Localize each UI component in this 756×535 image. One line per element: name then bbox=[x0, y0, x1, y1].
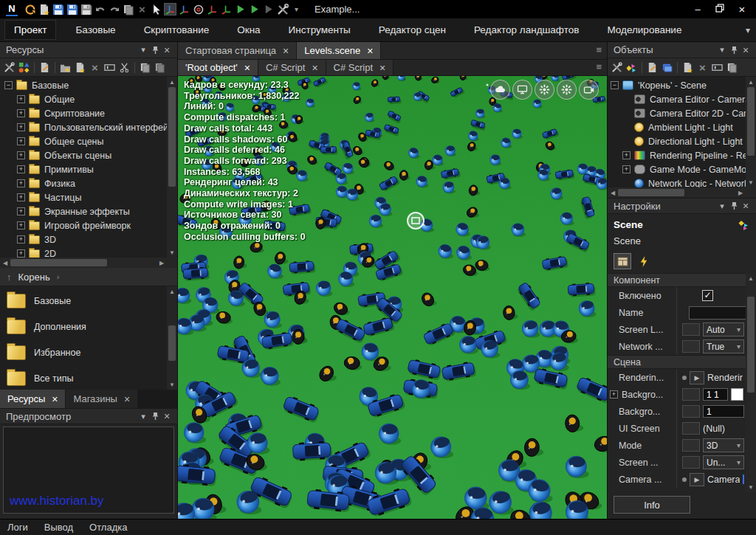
open-window-icon[interactable] bbox=[661, 61, 673, 74]
scroll-up-icon[interactable]: ▲ bbox=[167, 77, 177, 87]
menu-item[interactable]: Окна bbox=[228, 21, 269, 39]
edit-resource-icon[interactable] bbox=[38, 61, 51, 74]
close-icon[interactable]: × bbox=[161, 44, 173, 56]
panel-menu-icon[interactable]: ▾ bbox=[716, 44, 728, 56]
default-box[interactable] bbox=[682, 388, 700, 401]
sync-icon[interactable] bbox=[24, 3, 36, 15]
pin-icon[interactable] bbox=[728, 44, 740, 56]
scroll-right-icon[interactable]: ▶ bbox=[735, 187, 746, 198]
expander-icon[interactable]: − bbox=[4, 81, 13, 89]
effects-button[interactable] bbox=[557, 80, 577, 100]
new-file-icon[interactable] bbox=[38, 3, 50, 15]
minimize-button[interactable]: – bbox=[693, 4, 703, 15]
rename-resource-icon[interactable] bbox=[103, 61, 116, 74]
save-icon[interactable] bbox=[52, 3, 64, 15]
delete-resource-icon[interactable]: × bbox=[89, 61, 101, 74]
resource-tree-item[interactable]: +Примитивы bbox=[0, 162, 167, 176]
select-mode-icon[interactable] bbox=[164, 3, 176, 15]
menu-item[interactable]: Скриптование bbox=[135, 21, 219, 39]
paste-icon[interactable] bbox=[154, 61, 166, 74]
expander-icon[interactable]: + bbox=[17, 109, 25, 117]
breadcrumb[interactable]: ↑ Корень › bbox=[0, 268, 177, 286]
copy-icon[interactable] bbox=[139, 61, 151, 74]
up-arrow-icon[interactable]: ↑ bbox=[7, 272, 12, 283]
resource-tree-item[interactable]: −Базовые bbox=[0, 78, 167, 92]
panel-menu-icon[interactable]: ▾ bbox=[716, 200, 728, 212]
scroll-down-icon[interactable]: ▼ bbox=[746, 177, 756, 187]
app-logo[interactable]: N bbox=[6, 3, 18, 16]
value-input[interactable]: 1 bbox=[703, 405, 744, 418]
tools-icon[interactable] bbox=[276, 3, 289, 15]
object-tree-item[interactable]: Camera Editor 2D - Cam bbox=[608, 106, 746, 120]
duplicate-icon[interactable] bbox=[122, 3, 134, 15]
object-tree-item[interactable]: Network Logic - Network bbox=[608, 176, 746, 187]
move-gizmo-icon[interactable] bbox=[178, 3, 190, 15]
pin-icon[interactable] bbox=[149, 44, 161, 56]
object-tree-item[interactable]: +Rendering Pipeline - Ren bbox=[608, 148, 746, 162]
color-swatch[interactable] bbox=[731, 388, 743, 401]
object-tree-item[interactable]: Camera Editor - Camera bbox=[608, 92, 746, 106]
resource-tree-item[interactable]: +3D bbox=[0, 232, 167, 246]
expander-icon[interactable]: + bbox=[17, 249, 25, 258]
close-icon[interactable]: × bbox=[740, 44, 752, 56]
horizontal-scrollbar[interactable]: ◀▶ bbox=[608, 187, 746, 198]
close-icon[interactable]: × bbox=[367, 46, 373, 56]
folder-item[interactable]: Дополнения bbox=[0, 314, 167, 339]
default-box[interactable] bbox=[682, 456, 700, 469]
statusbar-item[interactable]: Вывод bbox=[44, 522, 73, 533]
scroll-down-icon[interactable]: ▼ bbox=[746, 482, 756, 492]
statusbar-item[interactable]: Логи bbox=[7, 522, 28, 533]
expander-icon[interactable]: − bbox=[611, 81, 619, 89]
screen-label-dropdown[interactable]: Auto▾ bbox=[703, 322, 744, 336]
close-button[interactable]: × bbox=[737, 3, 747, 15]
expander-icon[interactable]: + bbox=[622, 165, 630, 173]
close-icon[interactable]: × bbox=[52, 394, 58, 404]
scroll-left-icon[interactable]: ◀ bbox=[0, 258, 10, 268]
rotate-gizmo-icon[interactable] bbox=[192, 3, 205, 15]
save-all-icon[interactable] bbox=[80, 3, 92, 15]
pin-icon[interactable] bbox=[149, 410, 161, 422]
play-icon[interactable] bbox=[234, 3, 247, 15]
info-button[interactable]: Info bbox=[614, 496, 690, 514]
enabled-checkbox[interactable]: ✓ bbox=[702, 290, 713, 301]
events-view-button[interactable] bbox=[635, 253, 653, 269]
delete-icon[interactable]: × bbox=[136, 3, 148, 15]
close-icon[interactable]: × bbox=[312, 63, 317, 73]
document-tab[interactable]: C# Script× bbox=[258, 60, 326, 75]
folder-item[interactable]: Базовые bbox=[0, 288, 167, 314]
expander-icon[interactable]: + bbox=[17, 179, 25, 187]
statusbar-item[interactable]: Отладка bbox=[89, 522, 127, 533]
display-button[interactable] bbox=[512, 80, 532, 100]
panel-tab[interactable]: Магазины× bbox=[66, 390, 137, 408]
scroll-up-icon[interactable]: ▲ bbox=[746, 273, 756, 283]
vertical-scrollbar[interactable]: ▲▼ bbox=[167, 77, 177, 258]
new-resource-icon[interactable] bbox=[74, 61, 86, 74]
cut-icon[interactable] bbox=[118, 61, 131, 74]
resource-tree-item[interactable]: +Частицы bbox=[0, 190, 167, 204]
undo-icon[interactable] bbox=[94, 3, 106, 15]
resource-tree-item[interactable]: +Общие bbox=[0, 92, 167, 106]
properties-view-button[interactable] bbox=[614, 253, 631, 269]
panel-menu-icon[interactable]: ▾ bbox=[137, 44, 149, 56]
object-types-icon[interactable] bbox=[625, 61, 638, 74]
menubar-overflow-icon[interactable]: ▾ bbox=[746, 25, 750, 35]
expander-icon[interactable]: + bbox=[17, 151, 25, 159]
object-tree-item[interactable]: +Game Mode - GameMode bbox=[608, 162, 746, 176]
settings-tools-icon[interactable] bbox=[3, 61, 16, 74]
rename-object-icon[interactable] bbox=[711, 61, 724, 74]
scene-viewport[interactable]: Кадров в секунду: 23.3Треугольников: 1,8… bbox=[178, 76, 607, 519]
panel-menu-icon[interactable]: ▾ bbox=[137, 410, 149, 422]
object-tree-item[interactable]: Ambient Light - Light bbox=[608, 120, 746, 134]
watermark-link[interactable]: www.historian.by bbox=[10, 494, 104, 508]
vertical-scrollbar[interactable]: ▲▼ bbox=[746, 273, 756, 492]
menu-item[interactable]: Инструменты bbox=[280, 21, 360, 39]
expander-icon[interactable]: + bbox=[17, 235, 25, 244]
reference-button[interactable]: ▶ bbox=[690, 473, 704, 486]
vertical-scrollbar[interactable]: ▲▼ bbox=[746, 77, 756, 187]
expander-icon[interactable]: + bbox=[17, 221, 25, 229]
scroll-down-icon[interactable]: ▼ bbox=[167, 247, 177, 258]
reference-button[interactable]: ▶ bbox=[690, 371, 704, 384]
scroll-right-icon[interactable]: ▶ bbox=[157, 258, 167, 268]
screen-orientation-dropdown[interactable]: Un...▾ bbox=[703, 455, 744, 469]
tab-list-icon[interactable]: ≡ bbox=[596, 61, 602, 72]
